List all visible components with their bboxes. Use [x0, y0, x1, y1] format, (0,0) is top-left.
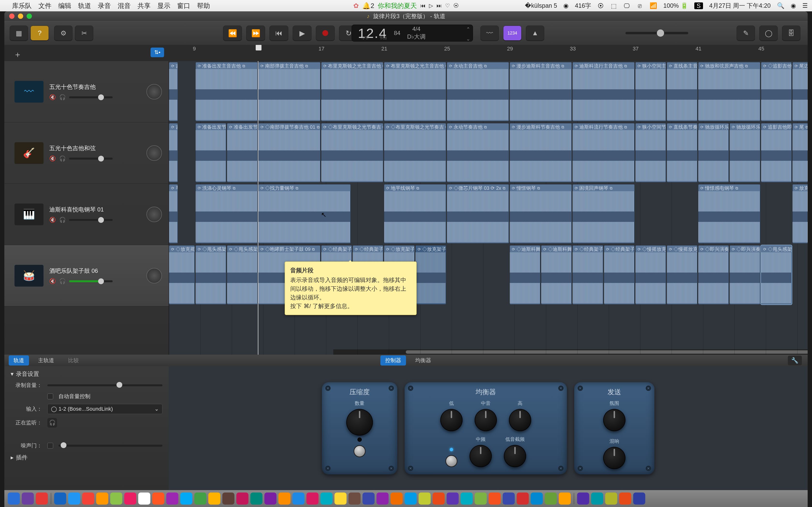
editors-button[interactable]: ✂: [75, 25, 93, 41]
dock-app-icon[interactable]: [577, 493, 589, 505]
send-reverb-knob[interactable]: [603, 447, 625, 469]
arrange-grid[interactable]: ⟳吉他 ⧉⟳准备出发主音吉他 ⧉⟳南部弹拨主音吉他 ⧉⟳布里克斯顿之光主音吉他 …: [169, 61, 808, 355]
dock-app-icon[interactable]: [475, 493, 487, 505]
wechat-status-icon[interactable]: �külspan 5: [525, 2, 557, 9]
timeline-ruler[interactable]: ＋ ⇅• 9131721252933374145: [4, 45, 808, 61]
play-button[interactable]: ▶: [293, 25, 311, 41]
quick-help-button[interactable]: ?: [31, 25, 49, 41]
audio-region[interactable]: ⟳迪斯科流行主音吉他 ⧉: [572, 62, 635, 121]
audio-region[interactable]: ⟳◇经典架子 ⧉: [604, 245, 635, 304]
menu-edit[interactable]: 编辑: [58, 1, 71, 10]
headphone-button[interactable]: 🎧: [59, 156, 66, 162]
audio-region[interactable]: ⟳地平线钢琴 ⧉: [384, 184, 446, 243]
gate-checkbox[interactable]: [47, 443, 53, 449]
audio-region[interactable]: ⟳准备出发节 ⧉: [196, 123, 226, 182]
dock-app-icon[interactable]: [545, 493, 557, 505]
dock-app-icon[interactable]: [335, 493, 347, 505]
audio-region[interactable]: ⟳尾边 ⧉: [793, 62, 808, 121]
dock-app-icon[interactable]: [110, 493, 122, 505]
player-play-icon[interactable]: ▷: [429, 3, 433, 9]
audio-region[interactable]: ⟳布里克斯顿之光主音吉他 ⧉: [384, 62, 446, 121]
menu-app[interactable]: 库乐队: [12, 1, 32, 10]
dock-app-icon[interactable]: [517, 493, 529, 505]
eq-mid-knob[interactable]: [475, 409, 497, 431]
lcd-up-stepper[interactable]: ⌃: [466, 26, 470, 32]
player-lyrics-icon[interactable]: ⦿: [453, 3, 459, 9]
audio-region[interactable]: ⟳◇追影吉他 ⧉: [761, 62, 792, 121]
menu-mix[interactable]: 混音: [118, 1, 131, 10]
dock-app-icon[interactable]: [447, 493, 459, 505]
audio-region[interactable]: ⟳◇布里克斯顿之光节奏吉 ⧉: [321, 123, 383, 182]
mute-button[interactable]: 🔇: [49, 94, 56, 101]
audio-region[interactable]: ⟳迪斯科流行节奏吉他 ⧉: [572, 123, 635, 182]
tab-master[interactable]: 主轨道: [33, 355, 59, 365]
input-select[interactable]: ◯ 1-2 (Bose...SoundLink)⌄: [47, 404, 162, 414]
wifi-icon[interactable]: 📶: [650, 2, 657, 9]
audio-region[interactable]: ⟳驰放循环乐 ⧉: [729, 123, 760, 182]
dock-app-icon[interactable]: [633, 493, 645, 505]
dock-app-icon[interactable]: [362, 493, 374, 505]
status-icon-4[interactable]: ⎚: [637, 2, 643, 9]
dock-app-icon[interactable]: [124, 493, 136, 505]
audio-region[interactable]: ⟳直线条节奏 ⧉: [667, 123, 698, 182]
headphone-button[interactable]: 🎧: [59, 94, 66, 101]
forward-button[interactable]: ⏩: [246, 25, 265, 41]
spotlight-icon[interactable]: 🔍: [777, 2, 784, 9]
audio-region[interactable]: ⟳驰放和弦原声吉他 ⧉: [698, 62, 760, 121]
lcd-down-stepper[interactable]: ⌄: [466, 36, 470, 42]
loop-browser-button[interactable]: ◯: [759, 25, 778, 41]
dock-app-icon[interactable]: [619, 493, 631, 505]
audio-region[interactable]: ⟳◇甩头感架 ⧉: [196, 245, 226, 304]
notification-bell-icon[interactable]: 🔔2: [362, 2, 374, 10]
rewind-button[interactable]: ⏪: [223, 25, 242, 41]
audio-region[interactable]: ⟳南部弹拨主音吉他 ⧉: [258, 62, 320, 121]
dock-app-icon[interactable]: [461, 493, 473, 505]
track-pan-knob[interactable]: [146, 268, 162, 283]
audio-region[interactable]: ⟳狭小空间主 ⧉: [636, 62, 666, 121]
inspector-recording-header[interactable]: ▾ 录音设置: [11, 370, 162, 378]
scroll-thumb[interactable]: [406, 350, 808, 354]
notification-center-icon[interactable]: ☰: [802, 2, 808, 9]
headphone-button[interactable]: 🎧: [59, 278, 66, 284]
dock-app-icon[interactable]: [96, 493, 108, 505]
sogou-icon[interactable]: S: [694, 2, 703, 9]
dock-app-icon[interactable]: [208, 493, 220, 505]
playhead-line[interactable]: [258, 61, 258, 355]
tab-compare[interactable]: 比较: [63, 355, 84, 365]
audio-region[interactable]: ⟳困境回声钢琴 ⧉: [572, 184, 635, 243]
audio-region[interactable]: ⟳追影吉他即 ⧉: [761, 123, 792, 182]
dock-app-icon[interactable]: [54, 493, 66, 505]
menu-help[interactable]: 帮助: [197, 1, 210, 10]
audio-region[interactable]: ⟳◇甩头感架 ⧉: [761, 245, 792, 304]
audio-region[interactable]: ⟳◇微芯片钢琴 03 ⟳ 2x ⧉: [447, 184, 509, 243]
tab-controller[interactable]: 控制器: [380, 355, 406, 365]
audio-region[interactable]: ⟳永动主音吉他 ⧉: [447, 62, 509, 121]
dock-app-icon[interactable]: [433, 493, 445, 505]
dock-app-icon[interactable]: [292, 493, 305, 505]
comp-bypass-toggle[interactable]: [354, 445, 366, 457]
siri-icon[interactable]: ◉: [791, 2, 796, 9]
audio-region[interactable]: ⟳直线条主音 ⧉: [667, 62, 698, 121]
audio-region[interactable]: ⟳狭小空间节 ⧉: [636, 123, 666, 182]
window-minimize-button[interactable]: [18, 13, 23, 19]
track-header[interactable]: 🥁酒吧乐队架子鼓 06🔇🎧: [4, 245, 169, 306]
audio-region[interactable]: ⟳尾 ⧉: [793, 123, 808, 182]
track-volume-slider[interactable]: [69, 219, 113, 221]
audio-region[interactable]: ⟳◇即兴演奏 ⧉: [698, 245, 729, 304]
eq-lowcut-knob[interactable]: [504, 445, 526, 467]
audio-region[interactable]: ⟳吉他 ⧉: [169, 123, 178, 182]
dock-app-icon[interactable]: [194, 493, 206, 505]
eq-high-knob[interactable]: [509, 409, 531, 431]
track-pan-knob[interactable]: [146, 84, 162, 100]
menu-window[interactable]: 窗口: [177, 1, 190, 10]
audio-region[interactable]: ⟳漫步迪斯科主音吉他 ⧉: [510, 62, 572, 121]
dock-app-icon[interactable]: [152, 493, 164, 505]
tab-track[interactable]: 轨道: [9, 355, 29, 365]
smart-settings-button[interactable]: 🔧: [788, 356, 802, 365]
dock-app-icon[interactable]: [605, 493, 617, 505]
audio-region[interactable]: ⟳◇找力量钢琴 ⧉: [258, 184, 351, 243]
dock-app-icon[interactable]: [349, 493, 361, 505]
audio-region[interactable]: ⟳琴 ⧉: [169, 184, 178, 243]
track-header[interactable]: 🎹迪斯科喜悦电钢琴 01🔇🎧: [4, 184, 169, 245]
track-filter-button[interactable]: ⇅•: [151, 48, 164, 57]
